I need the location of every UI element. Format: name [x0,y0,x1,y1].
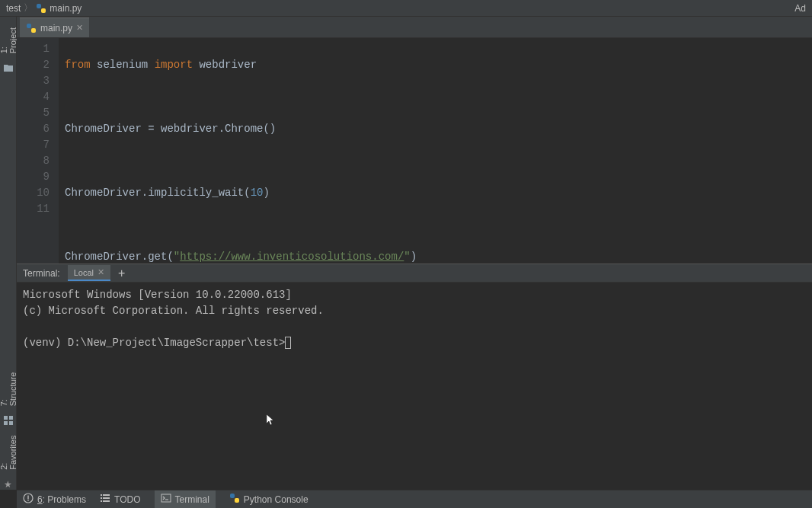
line-number: 10 [17,185,50,201]
close-icon[interactable]: ✕ [98,267,104,277]
python-file-icon [36,3,46,14]
svg-rect-3 [9,416,13,420]
line-number: 5 [17,105,50,121]
terminal-panel: Terminal: Local ✕ + Microsoft Windows [V… [17,264,812,490]
line-number: 7 [17,137,50,153]
terminal-line: Microsoft Windows [Version 10.0.22000.61… [23,289,292,301]
code-editor[interactable]: 1 2 3 4 5 6 7 8 9 10 11 from selenium im… [17,38,812,264]
svg-rect-17 [161,494,171,502]
terminal-tab-local[interactable]: Local ✕ [68,265,110,281]
toolwindow-problems[interactable]: 6: Problems [23,493,86,506]
svg-rect-1 [41,8,46,13]
svg-rect-6 [27,24,31,28]
toolwindow-python-console[interactable]: Python Console [229,493,308,506]
svg-rect-0 [37,4,41,8]
editor-tab-bar: main.py ✕ [17,17,812,38]
svg-rect-16 [103,500,110,502]
breadcrumb-file[interactable]: main.py [50,3,82,14]
line-number: 11 [17,201,50,217]
list-icon [100,493,110,506]
toolwindow-project[interactable]: 1: Project [0,17,19,59]
svg-rect-7 [31,28,36,33]
terminal-title: Terminal: [23,268,60,279]
python-icon [229,493,240,506]
warning-icon [23,493,34,506]
terminal-header: Terminal: Local ✕ + [17,264,812,283]
terminal-tab-label: Local [74,268,94,277]
structure-icon [2,415,14,426]
toolwindow-favorites[interactable]: 2: Favorites [0,426,19,476]
breadcrumb-bar: test 〉 main.py Ad [0,0,812,17]
left-toolbar: 1: Project 7: Structure 2: Favorites ★ [0,17,17,490]
svg-rect-19 [235,498,239,503]
line-number: 9 [17,169,50,185]
breadcrumb-action-right[interactable]: Ad [794,3,806,14]
line-number: 6 [17,121,50,137]
breadcrumb-separator: 〉 [24,2,33,14]
svg-rect-4 [4,421,8,425]
python-file-icon [26,23,37,34]
toolwindow-todo[interactable]: TODO [100,493,140,506]
toolwindow-structure[interactable]: 7: Structure [0,363,19,412]
svg-rect-5 [9,421,13,425]
line-number: 4 [17,89,50,105]
close-icon[interactable]: ✕ [76,23,83,33]
terminal-icon [161,493,171,506]
main-area: main.py ✕ 1 2 3 4 5 6 7 8 9 10 11 from s… [17,17,812,490]
svg-rect-14 [103,497,110,499]
folder-icon [2,62,14,73]
terminal-cursor [285,337,291,349]
svg-rect-10 [27,500,28,501]
toolwindow-terminal[interactable]: Terminal [155,490,216,508]
svg-rect-12 [103,494,110,496]
svg-rect-13 [101,497,102,499]
line-number: 3 [17,73,50,89]
breadcrumb-project[interactable]: test [6,3,21,14]
code-content[interactable]: from selenium import webdriver ChromeDri… [59,38,812,264]
line-number: 8 [17,153,50,169]
line-gutter: 1 2 3 4 5 6 7 8 9 10 11 [17,38,59,264]
add-terminal-button[interactable]: + [118,267,125,280]
svg-rect-18 [230,494,235,498]
terminal-line: (c) Microsoft Corporation. All rights re… [23,305,324,317]
svg-rect-2 [4,416,8,420]
svg-rect-9 [27,496,28,500]
star-icon: ★ [2,479,14,490]
terminal-prompt: (venv) D:\New_Project\ImageScrapper\test… [23,337,285,349]
line-number: 1 [17,41,50,57]
svg-rect-11 [101,494,102,496]
svg-rect-15 [101,500,102,502]
editor-tab-main[interactable]: main.py ✕ [20,18,89,37]
terminal-body[interactable]: Microsoft Windows [Version 10.0.22000.61… [17,283,812,490]
bottom-toolbar: 6: Problems TODO Terminal Python Console [17,490,812,508]
line-number: 2 [17,57,50,73]
editor-tab-label: main.py [40,23,72,34]
